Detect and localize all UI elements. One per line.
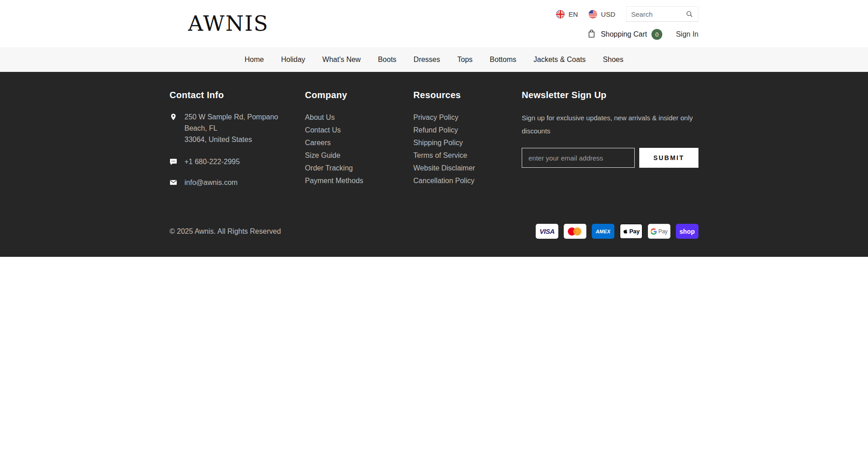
newsletter-email-input[interactable]: [522, 148, 635, 168]
link-about-us[interactable]: About Us: [305, 111, 414, 124]
contact-address: 250 W Sample Rd, Pompano Beach, FL 33064…: [184, 111, 291, 145]
newsletter-form: SUBMIT: [522, 148, 698, 168]
link-payment-methods[interactable]: Payment Methods: [305, 175, 414, 187]
contact-email: info@awnis.com: [184, 177, 238, 189]
shopping-cart-label: Shopping Cart: [601, 30, 647, 38]
site-logo[interactable]: AWNIS: [188, 11, 269, 36]
footer-company-column: Company About Us Contact Us Careers Size…: [305, 90, 414, 198]
contact-phone-row[interactable]: +1 680-222-2995: [170, 156, 305, 169]
nav-item-bottoms[interactable]: Bottoms: [488, 53, 518, 66]
cart-count-badge: 0: [651, 29, 662, 40]
currency-label: USD: [601, 10, 615, 18]
nav-item-whats-new[interactable]: What's New: [321, 53, 363, 66]
link-size-guide[interactable]: Size Guide: [305, 149, 414, 162]
newsletter-submit-button[interactable]: SUBMIT: [639, 148, 698, 168]
contact-address-row: 250 W Sample Rd, Pompano Beach, FL 33064…: [170, 111, 305, 145]
nav-item-shoes[interactable]: Shoes: [601, 53, 625, 66]
footer-bottom-bar: © 2025 Awnis. All Rights Reserved VISA A…: [170, 224, 698, 239]
chat-icon: [170, 156, 178, 169]
amex-icon: AMEX: [592, 224, 614, 239]
search-box: [626, 6, 698, 22]
header-right: EN: [556, 6, 698, 41]
resources-title: Resources: [413, 90, 522, 100]
link-order-tracking[interactable]: Order Tracking: [305, 162, 414, 175]
link-website-disclaimer[interactable]: Website Disclaimer: [413, 162, 522, 175]
main-navigation: Home Holiday What's New Boots Dresses To…: [0, 47, 868, 72]
newsletter-description: Sign up for exclusive updates, new arriv…: [522, 111, 698, 137]
copyright-text: © 2025 Awnis. All Rights Reserved: [170, 227, 281, 236]
nav-item-jackets-coats[interactable]: Jackets & Coats: [532, 53, 588, 66]
apple-pay-icon: Pay: [620, 224, 642, 239]
envelope-icon: [170, 177, 178, 189]
shopping-cart-button[interactable]: Shopping Cart 0: [587, 29, 662, 40]
visa-icon: VISA: [536, 224, 558, 239]
us-flag-icon: [589, 10, 597, 19]
currency-selector[interactable]: USD: [589, 10, 615, 19]
footer-contact-column: Contact Info 250 W Sample Rd, Pompano Be…: [170, 90, 305, 198]
contact-phone: +1 680-222-2995: [184, 156, 240, 169]
nav-item-dresses[interactable]: Dresses: [412, 53, 442, 66]
link-shipping-policy[interactable]: Shipping Policy: [413, 137, 522, 149]
location-pin-icon: [170, 111, 178, 145]
shopping-bag-icon: [587, 29, 596, 40]
site-footer: Contact Info 250 W Sample Rd, Pompano Be…: [0, 72, 868, 257]
nav-item-tops[interactable]: Tops: [456, 53, 475, 66]
link-privacy-policy[interactable]: Privacy Policy: [413, 111, 522, 124]
nav-item-boots[interactable]: Boots: [376, 53, 398, 66]
contact-info-title: Contact Info: [170, 90, 305, 100]
language-label: EN: [568, 10, 578, 18]
search-icon[interactable]: [685, 10, 693, 18]
sign-in-link[interactable]: Sign In: [676, 30, 698, 38]
link-careers[interactable]: Careers: [305, 137, 414, 149]
nav-item-holiday[interactable]: Holiday: [279, 53, 307, 66]
language-selector[interactable]: EN: [556, 10, 578, 19]
link-refund-policy[interactable]: Refund Policy: [413, 124, 522, 137]
google-pay-icon: Pay: [648, 224, 670, 239]
uk-flag-icon: [556, 10, 565, 19]
newsletter-title: Newsletter Sign Up: [522, 90, 698, 100]
site-header: AWNIS EN: [0, 0, 868, 47]
footer-newsletter-column: Newsletter Sign Up Sign up for exclusive…: [522, 90, 698, 198]
company-title: Company: [305, 90, 414, 100]
contact-email-row[interactable]: info@awnis.com: [170, 177, 305, 189]
link-terms-of-service[interactable]: Terms of Service: [413, 149, 522, 162]
shop-pay-icon: shop: [676, 224, 698, 239]
search-input[interactable]: [631, 10, 685, 18]
footer-resources-column: Resources Privacy Policy Refund Policy S…: [413, 90, 522, 198]
payment-methods: VISA AMEX Pay: [536, 224, 698, 239]
link-contact-us[interactable]: Contact Us: [305, 124, 414, 137]
link-cancellation-policy[interactable]: Cancellation Policy: [413, 175, 522, 187]
nav-item-home[interactable]: Home: [243, 53, 266, 66]
mastercard-icon: [564, 224, 586, 239]
